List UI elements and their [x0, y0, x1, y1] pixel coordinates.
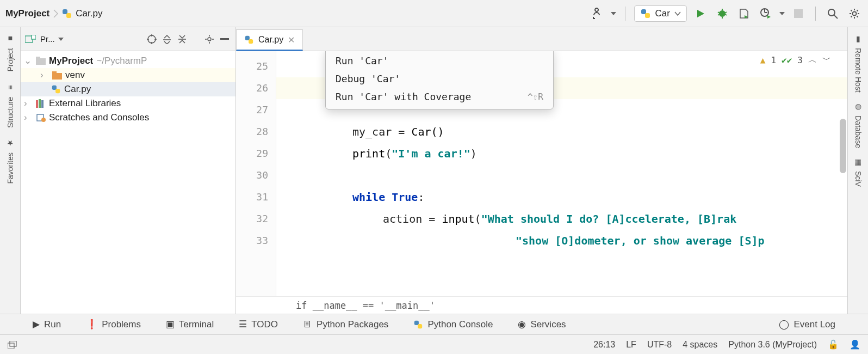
close-icon[interactable]: ✕	[288, 35, 295, 45]
svg-point-8	[853, 11, 857, 15]
structure-tool-tab[interactable]: Structure ≡	[4, 82, 16, 128]
line-number[interactable]: 27	[236, 99, 276, 121]
run-tool-tab[interactable]: ▶ Run	[33, 319, 61, 330]
tree-row-venv[interactable]: › venv	[21, 68, 235, 82]
svg-rect-29	[8, 343, 14, 349]
project-tree[interactable]: ⌄ MyProject ~/PycharmP › venv Car.py	[21, 51, 235, 127]
favorites-tool-tab[interactable]: Favorites ★	[4, 137, 16, 184]
breadcrumb[interactable]: MyProject Car.py	[5, 8, 102, 19]
debug-button[interactable]	[714, 5, 730, 22]
vcs-icon[interactable]	[589, 5, 605, 22]
svg-rect-28	[418, 324, 422, 328]
python-console-tab[interactable]: Python Console	[413, 319, 493, 330]
line-number[interactable]: 31	[236, 186, 276, 208]
settings-icon[interactable]	[846, 5, 863, 22]
python-file-icon	[61, 8, 72, 19]
problems-tab[interactable]: ❗ Problems	[86, 319, 141, 330]
indent-setting[interactable]: 4 spaces	[683, 340, 717, 350]
ok-count: 3	[797, 55, 803, 65]
folder-icon	[52, 71, 62, 80]
svg-rect-17	[52, 71, 57, 74]
services-icon: ◉	[518, 319, 526, 330]
chevron-up-icon[interactable]: ︿	[808, 54, 817, 66]
editor-breadcrumb[interactable]: if __name__ == '__main__'	[236, 296, 847, 314]
tree-project-path: ~/PycharmP	[96, 56, 147, 66]
profile-button[interactable]	[758, 5, 774, 22]
chevron-right-icon[interactable]: ›	[24, 98, 33, 109]
collapse-all-icon[interactable]	[176, 33, 189, 46]
panel-title[interactable]: Pr...	[40, 34, 55, 44]
expand-all-icon[interactable]	[160, 33, 173, 46]
sciview-tab[interactable]: ▦ SciV	[852, 156, 864, 187]
tree-row-project[interactable]: ⌄ MyProject ~/PycharmP	[21, 53, 235, 68]
event-log-tab[interactable]: ◯ Event Log	[779, 319, 835, 330]
menu-item-run[interactable]: Run 'Car'	[326, 52, 553, 70]
project-tool-tab[interactable]: Project ■	[4, 33, 16, 72]
locate-icon[interactable]	[145, 33, 158, 46]
svg-rect-22	[41, 100, 44, 108]
line-number[interactable]: 26	[236, 77, 276, 99]
services-tab[interactable]: ◉ Services	[518, 319, 566, 330]
breadcrumb-project[interactable]: MyProject	[5, 8, 49, 19]
lock-icon[interactable]: 🔓	[828, 339, 839, 350]
editor-tabs: Car.py ✕	[236, 27, 847, 51]
run-button[interactable]	[692, 5, 709, 22]
chevron-down-icon[interactable]: ﹀	[822, 54, 831, 66]
run-configuration-selector[interactable]: Car	[634, 5, 687, 22]
navigation-bar: MyProject Car.py Car	[0, 0, 868, 27]
editor-body[interactable]: 25 26 27 28 29 30 31 32 33 ▲ 1 ✔✔ 3 ︿ ﹀	[236, 51, 847, 296]
python-interpreter[interactable]: Python 3.6 (MyProject)	[728, 340, 817, 350]
line-number[interactable]: 30	[236, 164, 276, 186]
line-number[interactable]: 25	[236, 56, 276, 77]
menu-item-debug[interactable]: Debug 'Car'	[326, 70, 553, 88]
project-panel: Pr... ⌄	[21, 27, 236, 314]
remote-host-tab[interactable]: ▮ Remote Host	[852, 33, 864, 93]
dropdown-arrow-icon[interactable]	[611, 12, 616, 15]
line-number[interactable]: 28	[236, 121, 276, 143]
breadcrumb-node[interactable]: if __name__ == '__main__'	[296, 300, 435, 311]
chevron-right-icon	[53, 8, 58, 19]
search-icon[interactable]	[824, 5, 841, 22]
editor-tab[interactable]: Car.py ✕	[236, 29, 303, 51]
todo-tab[interactable]: ☰ TODO	[239, 319, 278, 330]
python-packages-tab[interactable]: 🗏 Python Packages	[303, 319, 388, 330]
database-tab[interactable]: ◍ Database	[852, 100, 864, 148]
file-encoding[interactable]: UTF-8	[647, 340, 672, 350]
scratches-icon	[36, 113, 46, 122]
breadcrumb-file[interactable]: Car.py	[76, 8, 102, 19]
tree-row-file[interactable]: Car.py	[21, 82, 235, 96]
chevron-right-icon[interactable]: ›	[24, 112, 33, 123]
packages-icon: 🗏	[303, 319, 312, 330]
dropdown-arrow-icon[interactable]	[779, 12, 785, 15]
line-number[interactable]: 32	[236, 208, 276, 230]
menu-item-coverage[interactable]: Run 'Car' with Coverage ^⇧R	[326, 88, 553, 106]
chevron-down-icon[interactable]	[58, 38, 64, 41]
panel-settings-icon[interactable]	[203, 33, 216, 46]
bubble-icon: ◯	[779, 319, 789, 330]
line-number[interactable]: 29	[236, 143, 276, 164]
cursor-position[interactable]: 26:13	[593, 340, 615, 350]
svg-rect-15	[36, 57, 40, 59]
editor-area: Car.py ✕ 25 26 27 28 29 30 31 32 33 ▲ 1 …	[236, 27, 847, 314]
hide-panel-icon[interactable]	[218, 33, 231, 46]
windows-icon[interactable]	[8, 341, 17, 349]
line-separator[interactable]: LF	[626, 340, 636, 350]
code-editor[interactable]: ▲ 1 ✔✔ 3 ︿ ﹀ : my_car = Car() print("I'm…	[276, 51, 847, 296]
coverage-button[interactable]	[736, 5, 752, 22]
svg-rect-20	[36, 100, 38, 108]
tree-row-external-libraries[interactable]: › External Libraries	[21, 96, 235, 111]
inspector-icon[interactable]: 👤	[850, 339, 860, 350]
tree-row-scratches[interactable]: › Scratches and Consoles	[21, 111, 235, 125]
line-number[interactable]: 33	[236, 230, 276, 252]
terminal-tab[interactable]: ▣ Terminal	[166, 319, 214, 330]
gutter[interactable]: 25 26 27 28 29 30 31 32 33	[236, 51, 276, 296]
chevron-down-icon[interactable]: ⌄	[24, 55, 33, 66]
left-tool-rail: Project ■ Structure ≡ Favorites ★	[0, 27, 21, 314]
chevron-right-icon[interactable]: ›	[40, 70, 49, 81]
right-tool-rail: ▮ Remote Host ◍ Database ▦ SciV	[847, 27, 868, 314]
scrollbar-thumb[interactable]	[840, 119, 846, 173]
remote-icon: ▮	[852, 33, 864, 45]
inspections-widget[interactable]: ▲ 1 ✔✔ 3 ︿ ﹀	[760, 54, 831, 66]
shortcut-label: ^⇧R	[528, 91, 543, 102]
folder-icon	[36, 57, 46, 65]
